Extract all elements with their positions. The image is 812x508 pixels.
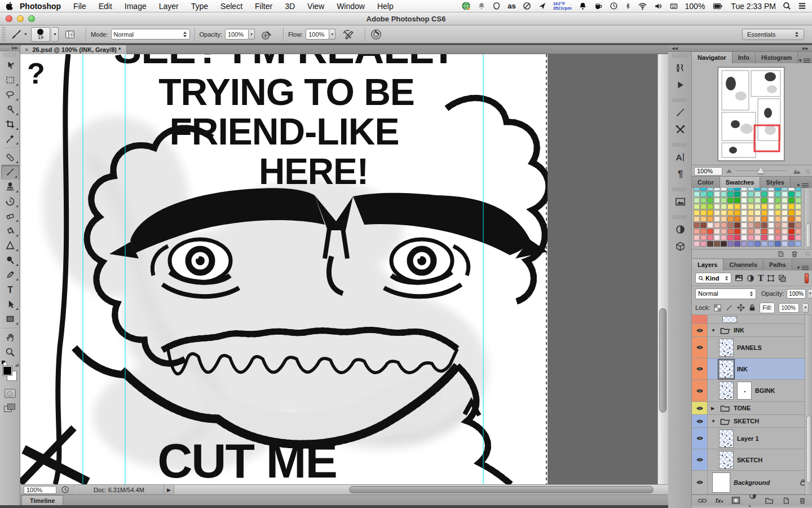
swatch-76[interactable] — [775, 210, 781, 216]
default-colors-icon[interactable] — [2, 361, 7, 365]
layer-thumbnail[interactable] — [719, 430, 734, 448]
delete-layer-icon[interactable] — [798, 497, 806, 505]
swatch-11[interactable] — [768, 188, 774, 191]
options-grip[interactable] — [2, 27, 6, 42]
flow-field[interactable]: 100% — [306, 29, 329, 40]
filter-adjustment-layers-icon[interactable] — [747, 274, 754, 282]
swatch-129[interactable] — [700, 235, 707, 240]
lock-transparency-icon[interactable] — [714, 304, 721, 312]
new-layer-icon[interactable] — [782, 497, 790, 505]
swatch-107[interactable] — [768, 222, 774, 228]
new-group-icon[interactable] — [765, 497, 774, 504]
tool-presets-panel-icon[interactable] — [668, 121, 692, 138]
swatch-26[interactable] — [761, 191, 767, 197]
swatch-81[interactable] — [700, 216, 707, 222]
swatch-1[interactable] — [700, 188, 707, 191]
swatch-92[interactable] — [775, 216, 781, 222]
bluetooth-icon[interactable] — [625, 2, 631, 10]
swatch-89[interactable] — [754, 216, 761, 222]
apple-menu-icon[interactable] — [6, 2, 13, 10]
swatch-17[interactable] — [700, 191, 707, 197]
layer-filter-kind-select[interactable]: Kind — [695, 273, 731, 283]
swatch-56[interactable] — [748, 204, 754, 209]
layer-row-body[interactable]: Layer 1 — [708, 428, 812, 449]
swatch-133[interactable] — [727, 235, 734, 240]
layer-row-tone[interactable]: ▶TONE — [692, 402, 812, 415]
close-document-icon[interactable]: × — [25, 46, 28, 53]
swatch-122[interactable] — [761, 229, 767, 234]
marquee-tool[interactable] — [0, 73, 20, 87]
eraser-tool[interactable] — [0, 209, 20, 224]
blur-tool[interactable] — [0, 238, 20, 253]
wifi-icon[interactable] — [638, 2, 647, 10]
swatch-124[interactable] — [775, 229, 781, 234]
swatch-49[interactable] — [700, 204, 707, 209]
menu-layer[interactable]: Layer — [159, 2, 179, 11]
swatch-57[interactable] — [754, 204, 761, 209]
swatch-23[interactable] — [741, 191, 747, 197]
swatch-5[interactable] — [727, 188, 734, 191]
brush-tool[interactable] — [1, 165, 19, 179]
caffeine-cup-icon[interactable] — [594, 2, 603, 10]
lock-position-icon[interactable] — [737, 304, 745, 312]
dock-grip[interactable] — [672, 54, 687, 58]
layer-mask-thumbnail[interactable] — [737, 382, 752, 400]
swatch-10[interactable] — [761, 188, 767, 191]
swatches-tab-color[interactable]: Color — [692, 177, 720, 188]
swatch-155[interactable] — [768, 241, 774, 247]
swatch-22[interactable] — [734, 191, 740, 197]
layers-scroll-thumb[interactable] — [806, 415, 811, 483]
menu-view[interactable]: View — [307, 2, 324, 11]
paragraph-panel-icon[interactable]: ¶ — [668, 165, 692, 182]
swatch-64[interactable] — [694, 210, 700, 216]
spotlight-icon[interactable] — [783, 2, 791, 10]
lasso-tool[interactable] — [0, 87, 20, 102]
tool-preset-arrow-icon[interactable]: ▼ — [24, 32, 28, 36]
swatch-32[interactable] — [694, 198, 700, 203]
actions-panel-icon[interactable] — [668, 76, 692, 93]
document-size-info[interactable]: Doc: 6.31M/54.4M — [74, 485, 164, 495]
toggle-brush-panel-icon[interactable] — [64, 29, 76, 40]
swatch-151[interactable] — [741, 241, 747, 247]
swatch-114[interactable] — [707, 229, 713, 234]
layers-panel-menu-icon[interactable]: ▼ — [796, 265, 812, 270]
shape-tool[interactable] — [0, 312, 20, 326]
swatch-110[interactable] — [788, 222, 795, 228]
swatch-109[interactable] — [782, 222, 788, 228]
layer-thumbnail[interactable] — [719, 451, 734, 469]
swatch-127[interactable] — [795, 229, 801, 234]
visibility-toggle[interactable] — [692, 415, 708, 427]
brush-tool-badge-icon[interactable] — [10, 28, 23, 41]
visibility-toggle[interactable] — [692, 402, 708, 414]
swatch-35[interactable] — [714, 198, 720, 203]
workspace-switcher[interactable]: Essentials — [742, 29, 804, 40]
swatch-158[interactable] — [788, 241, 795, 247]
swatch-70[interactable] — [734, 210, 740, 216]
navigator-tab-navigator[interactable]: Navigator — [692, 52, 732, 63]
swatch-106[interactable] — [761, 222, 767, 228]
swatch-145[interactable] — [700, 241, 707, 247]
lock-all-icon[interactable] — [749, 304, 756, 312]
swatch-71[interactable] — [741, 210, 747, 216]
hand-tool[interactable] — [0, 330, 20, 345]
swatch-104[interactable] — [748, 222, 754, 228]
zoom-tool[interactable] — [0, 345, 20, 360]
foreground-color-swatch[interactable] — [3, 366, 12, 375]
character-panel-icon[interactable]: A — [668, 148, 692, 165]
layer-row-bgink[interactable]: BGINK — [692, 380, 812, 402]
brush-preset-dropdown-arrow[interactable]: ▼ — [52, 27, 59, 42]
opacity-dropdown-arrow[interactable]: ▼ — [249, 29, 255, 40]
path-selection-tool[interactable] — [0, 297, 20, 312]
keyboard-viewer-icon[interactable] — [669, 2, 678, 10]
dodge-tool[interactable] — [0, 253, 20, 268]
swatch-143[interactable] — [795, 235, 801, 240]
swatch-131[interactable] — [714, 235, 720, 240]
pen-tool[interactable] — [0, 268, 20, 282]
swatch-97[interactable] — [700, 222, 707, 228]
swatch-112[interactable] — [694, 229, 700, 234]
swatch-128[interactable] — [694, 235, 700, 240]
vertical-scroll-thumb[interactable] — [659, 308, 667, 413]
screen-mode-button[interactable] — [4, 404, 16, 414]
swatch-116[interactable] — [721, 229, 727, 234]
opacity-field[interactable]: 100% — [225, 29, 249, 40]
